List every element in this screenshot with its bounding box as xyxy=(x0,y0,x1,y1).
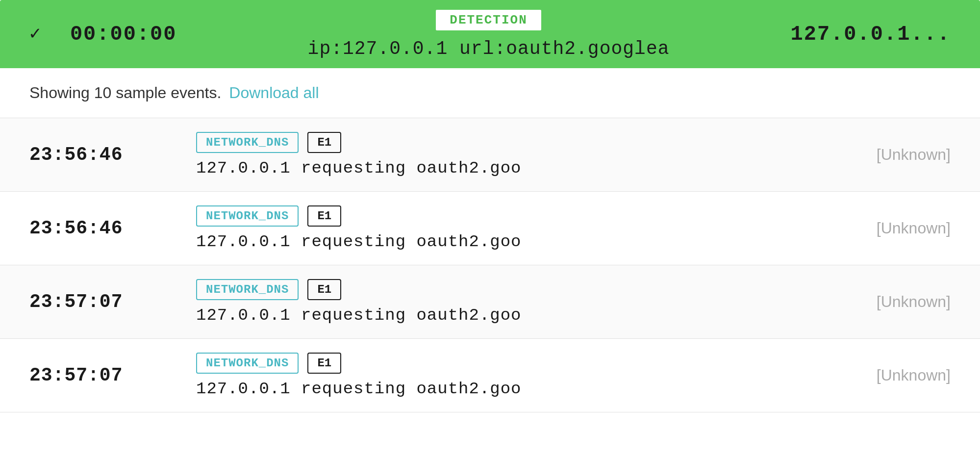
badge-level: E1 xyxy=(307,132,341,153)
event-time: 23:57:07 xyxy=(29,291,157,312)
event-status: [Unknown] xyxy=(843,219,951,237)
table-row[interactable]: 23:56:46 NETWORK_DNS E1 127.0.0.1 reques… xyxy=(0,192,980,265)
header-time: 00:00:00 xyxy=(70,23,177,46)
header-center: DETECTION ip:127.0.0.1 url:oauth2.google… xyxy=(216,9,761,59)
event-time: 23:56:46 xyxy=(29,218,157,239)
event-badges: NETWORK_DNS E1 xyxy=(196,205,341,227)
event-status: [Unknown] xyxy=(843,366,951,384)
event-message: 127.0.0.1 requesting oauth2.goo xyxy=(196,232,522,251)
events-list: 23:56:46 NETWORK_DNS E1 127.0.0.1 reques… xyxy=(0,118,980,412)
header-ip: 127.0.0.1... xyxy=(791,23,951,46)
event-message: 127.0.0.1 requesting oauth2.goo xyxy=(196,159,522,178)
badge-level: E1 xyxy=(307,205,341,227)
download-all-link[interactable]: Download all xyxy=(229,84,319,102)
event-status: [Unknown] xyxy=(843,293,951,311)
table-row[interactable]: 23:57:07 NETWORK_DNS E1 127.0.0.1 reques… xyxy=(0,339,980,412)
event-message: 127.0.0.1 requesting oauth2.goo xyxy=(196,306,522,325)
event-status: [Unknown] xyxy=(843,146,951,164)
badge-network-dns: NETWORK_DNS xyxy=(196,132,299,153)
event-badges: NETWORK_DNS E1 xyxy=(196,132,341,153)
badge-network-dns: NETWORK_DNS xyxy=(196,353,299,374)
header-row: ✓ 00:00:00 DETECTION ip:127.0.0.1 url:oa… xyxy=(0,0,980,68)
table-row[interactable]: 23:56:46 NETWORK_DNS E1 127.0.0.1 reques… xyxy=(0,118,980,192)
event-details: NETWORK_DNS E1 127.0.0.1 requesting oaut… xyxy=(157,205,843,251)
event-message: 127.0.0.1 requesting oauth2.goo xyxy=(196,380,522,398)
event-badges: NETWORK_DNS E1 xyxy=(196,353,341,374)
header-description: ip:127.0.0.1 url:oauth2.googlea xyxy=(308,38,670,59)
detection-badge: DETECTION xyxy=(435,9,542,31)
event-details: NETWORK_DNS E1 127.0.0.1 requesting oaut… xyxy=(157,279,843,325)
event-details: NETWORK_DNS E1 127.0.0.1 requesting oaut… xyxy=(157,132,843,178)
event-badges: NETWORK_DNS E1 xyxy=(196,279,341,300)
badge-level: E1 xyxy=(307,353,341,374)
chevron-icon[interactable]: ✓ xyxy=(29,25,41,44)
event-time: 23:56:46 xyxy=(29,144,157,165)
badge-network-dns: NETWORK_DNS xyxy=(196,205,299,227)
sample-bar: Showing 10 sample events. Download all xyxy=(0,68,980,118)
badge-level: E1 xyxy=(307,279,341,300)
event-details: NETWORK_DNS E1 127.0.0.1 requesting oaut… xyxy=(157,353,843,398)
table-row[interactable]: 23:57:07 NETWORK_DNS E1 127.0.0.1 reques… xyxy=(0,265,980,339)
event-time: 23:57:07 xyxy=(29,365,157,386)
sample-events-text: Showing 10 sample events. xyxy=(29,84,221,102)
badge-network-dns: NETWORK_DNS xyxy=(196,279,299,300)
